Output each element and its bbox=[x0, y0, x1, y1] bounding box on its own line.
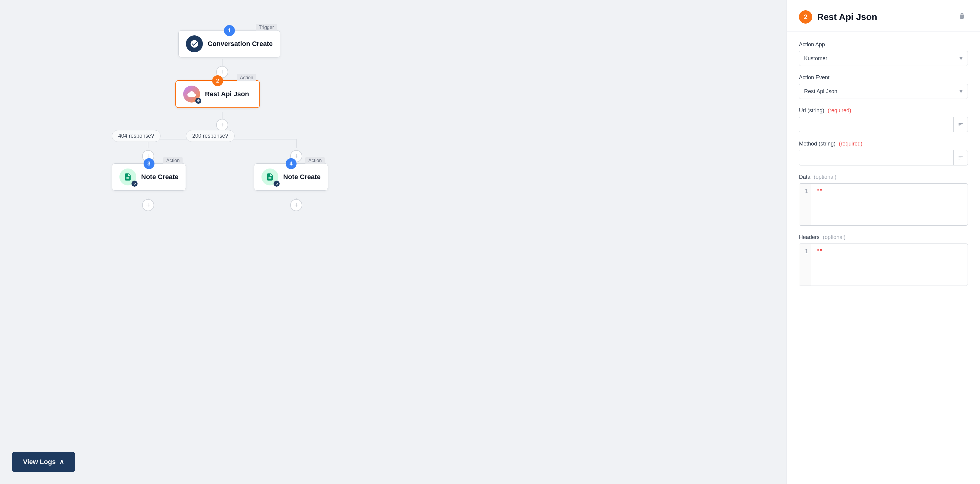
node-rest-api-json[interactable]: 2 Action ⚙ Rest Api Json bbox=[175, 80, 260, 108]
uri-input[interactable] bbox=[799, 117, 953, 132]
connectors-svg bbox=[0, 0, 786, 484]
node-icon-note-create-right: ⚙ bbox=[261, 168, 278, 185]
step-badge-3: 3 bbox=[143, 158, 154, 169]
add-btn-2[interactable]: + bbox=[216, 119, 228, 131]
node-label-rest-api: Rest Api Json bbox=[205, 90, 249, 98]
method-field-group: Method (string) (required) bbox=[799, 141, 968, 166]
headers-optional-text: (optional) bbox=[823, 234, 845, 240]
add-btn-bottom-left[interactable]: + bbox=[142, 199, 154, 211]
node-icon-rest-api: ⚙ bbox=[183, 86, 200, 102]
view-logs-chevron: ∧ bbox=[59, 458, 64, 466]
node-label-conversation: Conversation Create bbox=[208, 40, 273, 48]
data-field-group: Data (optional) 1 "" bbox=[799, 174, 968, 226]
action-app-group: Action App Kustomer ▼ bbox=[799, 42, 968, 66]
panel-step-badge: 2 bbox=[799, 10, 812, 24]
canvas-area: 1 Trigger Conversation Create + 2 Action bbox=[0, 0, 786, 484]
node-type-action-2: Action bbox=[237, 74, 256, 81]
uri-input-wrapper bbox=[799, 117, 968, 132]
view-logs-button[interactable]: View Logs ∧ bbox=[12, 452, 75, 472]
action-app-select-wrapper: Kustomer ▼ bbox=[799, 51, 968, 66]
node-label-note-create-right: Note Create bbox=[283, 173, 320, 181]
node-type-action-3: Action bbox=[163, 157, 183, 164]
icon-badge-3: ⚙ bbox=[132, 181, 138, 187]
panel-body: Action App Kustomer ▼ Action Event Rest … bbox=[787, 32, 980, 296]
method-input[interactable] bbox=[799, 150, 953, 165]
panel-header: 2 Rest Api Json bbox=[787, 0, 980, 32]
view-logs-label: View Logs bbox=[23, 458, 56, 466]
step-badge-2: 2 bbox=[212, 75, 223, 86]
icon-badge-2: ⚙ bbox=[195, 98, 201, 104]
headers-field-group: Headers (optional) 1 "" bbox=[799, 234, 968, 286]
node-icon-conversation bbox=[186, 35, 203, 52]
node-icon-note-create-left: ⚙ bbox=[119, 168, 136, 185]
panel-delete-button[interactable] bbox=[956, 10, 968, 24]
branch-label-200: 200 response? bbox=[186, 130, 235, 142]
node-conversation-create[interactable]: 1 Trigger Conversation Create bbox=[178, 30, 280, 58]
node-label-note-create-left: Note Create bbox=[141, 173, 178, 181]
data-code-content[interactable]: "" bbox=[811, 184, 828, 225]
uri-label: Uri (string) (required) bbox=[799, 107, 968, 114]
step-badge-1: 1 bbox=[224, 25, 235, 36]
data-label: Data (optional) bbox=[799, 174, 968, 180]
action-event-select-wrapper: Rest Api Json ▼ bbox=[799, 84, 968, 99]
node-note-create-right[interactable]: 4 Action ⚙ Note Create bbox=[254, 163, 328, 190]
node-type-action-4: Action bbox=[305, 157, 325, 164]
data-optional-text: (optional) bbox=[814, 174, 837, 180]
method-label: Method (string) (required) bbox=[799, 141, 968, 147]
data-code-editor: 1 "" bbox=[799, 183, 968, 226]
step-badge-4: 4 bbox=[286, 158, 296, 169]
node-type-trigger: Trigger bbox=[256, 24, 277, 31]
branch-label-404: 404 response? bbox=[112, 130, 161, 142]
action-app-select[interactable]: Kustomer bbox=[799, 51, 968, 66]
headers-code-content[interactable]: "" bbox=[811, 244, 828, 286]
method-input-wrapper bbox=[799, 150, 968, 166]
uri-required-text: (required) bbox=[828, 107, 851, 113]
right-panel: 2 Rest Api Json Action App Kustomer ▼ Ac… bbox=[786, 0, 980, 484]
method-required-text: (required) bbox=[839, 141, 862, 147]
action-event-label: Action Event bbox=[799, 74, 968, 81]
node-note-create-left[interactable]: 3 Action ⚙ Note Create bbox=[112, 163, 186, 190]
add-btn-bottom-right[interactable]: + bbox=[290, 199, 302, 211]
action-event-select[interactable]: Rest Api Json bbox=[799, 84, 968, 99]
icon-badge-4: ⚙ bbox=[274, 181, 280, 187]
method-side-button[interactable] bbox=[953, 150, 967, 165]
headers-code-editor: 1 "" bbox=[799, 243, 968, 286]
uri-field-group: Uri (string) (required) bbox=[799, 107, 968, 132]
uri-side-button[interactable] bbox=[953, 117, 967, 132]
action-app-label: Action App bbox=[799, 42, 968, 48]
headers-line-num: 1 bbox=[799, 244, 811, 286]
action-event-group: Action Event Rest Api Json ▼ bbox=[799, 74, 968, 99]
flow-container: 1 Trigger Conversation Create + 2 Action bbox=[0, 0, 786, 484]
headers-label: Headers (optional) bbox=[799, 234, 968, 241]
data-line-num: 1 bbox=[799, 184, 811, 225]
panel-title: Rest Api Json bbox=[817, 12, 951, 22]
